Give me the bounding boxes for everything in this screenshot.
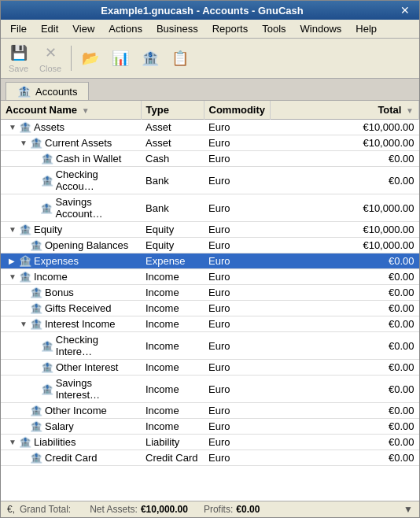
accounts-tab[interactable]: 🏦 Accounts [6,82,89,100]
accounts-button[interactable]: 🏦 [138,47,163,69]
account-name-cell: 🏦Other Interest [1,360,141,376]
account-total-cell: €0.00 [271,301,419,316]
account-commodity-cell: Euro [204,450,271,466]
table-row[interactable]: ▼🏦Current AssetsAssetEuro€10,000.00 [1,135,419,151]
account-commodity-cell: Euro [204,332,271,360]
menu-item-business[interactable]: Business [150,21,204,36]
account-type-cell: Bank [141,167,204,194]
account-total-cell: €0.00 [271,360,419,376]
accounts-table: Account Name ▼ Type Commodity Total ▼ [1,101,419,466]
reports-icon: 📊 [111,49,130,68]
reconcile-button[interactable]: 📋 [168,47,193,69]
account-commodity-cell: Euro [204,316,271,332]
account-name-cell: 🏦Bonus [1,285,141,301]
total-sort-indicator: ▼ [406,106,414,115]
account-name-cell: ▼🏦Income [1,269,141,285]
table-row[interactable]: ▼🏦IncomeIncomeEuro€0.00 [1,269,419,285]
account-commodity-cell: Euro [204,222,271,238]
scroll-down-icon[interactable]: ▼ [403,504,413,515]
account-name-cell: 🏦Other Income [1,403,141,419]
expand-icon[interactable]: ▼ [20,320,28,328]
reports-button[interactable]: 📊 [108,47,133,69]
table-row[interactable]: ▶🏦ExpensesExpenseEuro€0.00 [1,253,419,269]
account-name-cell: 🏦Checking Accou… [1,167,141,194]
col-header-commodity[interactable]: Commodity [204,101,271,120]
window-close-button[interactable]: ✕ [397,4,413,17]
account-icon: 🏦 [41,175,53,187]
expand-icon[interactable]: ▼ [9,272,17,281]
account-commodity-cell: Euro [204,120,271,135]
account-type-cell: Income [141,269,204,285]
account-type-cell: Income [141,403,204,419]
account-commodity-cell: Euro [204,376,271,403]
account-name: Gifts Received [45,302,112,314]
open-icon: 📂 [81,49,100,68]
expand-icon[interactable]: ▶ [9,257,17,265]
table-row[interactable]: ▼🏦EquityEquityEuro€10,000.00 [1,222,419,238]
menu-item-file[interactable]: File [4,21,33,36]
col-header-account-name[interactable]: Account Name ▼ [1,101,141,120]
table-row[interactable]: ▼🏦AssetsAssetEuro€10,000.00 [1,120,419,135]
menu-item-tools[interactable]: Tools [256,21,292,36]
account-name: Checking Accou… [56,168,136,192]
currency-symbol: €, [7,504,15,515]
expand-icon[interactable]: ▼ [20,139,28,147]
accounts-icon: 🏦 [141,49,160,68]
table-row[interactable]: 🏦Gifts ReceivedIncomeEuro€0.00 [1,301,419,316]
sort-indicator: ▼ [82,106,90,115]
account-name-cell: ▼🏦Assets [1,120,141,135]
table-row[interactable]: 🏦Cash in WalletCashEuro€0.00 [1,151,419,167]
expand-icon[interactable]: ▼ [9,123,17,131]
accounts-table-container[interactable]: Account Name ▼ Type Commodity Total ▼ [1,101,419,501]
menu-item-actions[interactable]: Actions [102,21,149,36]
account-name: Savings Interest… [56,377,136,401]
menu-item-edit[interactable]: Edit [35,21,64,36]
account-name-cell: ▼🏦Liabilities [1,435,141,450]
account-total-cell: €0.00 [271,285,419,301]
table-row[interactable]: 🏦Other InterestIncomeEuro€0.00 [1,360,419,376]
account-name: Income [34,271,68,283]
title-bar: Example1.gnucash - Accounts - GnuCash ✕ [1,1,419,20]
account-type-cell: Expense [141,253,204,269]
account-type-cell: Income [141,316,204,332]
table-row[interactable]: 🏦Checking Intere…IncomeEuro€0.00 [1,332,419,360]
menu-item-reports[interactable]: Reports [206,21,255,36]
table-row[interactable]: 🏦Opening BalancesEquityEuro€10,000.00 [1,238,419,253]
menu-bar: FileEditViewActionsBusinessReportsToolsW… [1,20,419,39]
expand-icon[interactable]: ▼ [9,438,17,446]
table-row[interactable]: 🏦SalaryIncomeEuro€0.00 [1,419,419,435]
account-commodity-cell: Euro [204,194,271,222]
account-commodity-cell: Euro [204,285,271,301]
account-type-cell: Income [141,332,204,360]
table-row[interactable]: 🏦Other IncomeIncomeEuro€0.00 [1,403,419,419]
table-row[interactable]: ▼🏦Interest IncomeIncomeEuro€0.00 [1,316,419,332]
account-name: Interest Income [45,318,116,330]
col-header-total[interactable]: Total ▼ [271,101,419,120]
account-type-cell: Asset [141,135,204,151]
table-row[interactable]: 🏦Credit CardCredit CardEuro€0.00 [1,450,419,466]
account-commodity-cell: Euro [204,435,271,450]
account-name: Opening Balances [45,239,128,251]
account-name-cell: 🏦Gifts Received [1,301,141,316]
account-name-cell: 🏦Opening Balances [1,238,141,253]
table-header-row: Account Name ▼ Type Commodity Total ▼ [1,101,419,120]
account-commodity-cell: Euro [204,403,271,419]
account-name: Savings Account… [55,196,136,220]
account-icon: 🏦 [19,271,31,283]
table-row[interactable]: 🏦Checking Accou…BankEuro€0.00 [1,167,419,194]
open-button[interactable]: 📂 [78,47,103,69]
account-name: Bonus [45,287,74,298]
menu-item-windows[interactable]: Windows [294,21,348,36]
menu-item-help[interactable]: Help [349,21,383,36]
account-name-cell: ▶🏦Expenses [1,253,141,269]
account-name: Credit Card [45,452,97,464]
expand-icon[interactable]: ▼ [9,225,17,234]
menu-item-view[interactable]: View [66,21,101,36]
col-header-type[interactable]: Type [141,101,204,120]
account-icon: 🏦 [30,302,42,314]
account-name-cell: 🏦Cash in Wallet [1,151,141,167]
table-row[interactable]: ▼🏦LiabilitiesLiabilityEuro€0.00 [1,435,419,450]
table-row[interactable]: 🏦Savings Account…BankEuro€10,000.00 [1,194,419,222]
table-row[interactable]: 🏦BonusIncomeEuro€0.00 [1,285,419,301]
table-row[interactable]: 🏦Savings Interest…IncomeEuro€0.00 [1,376,419,403]
